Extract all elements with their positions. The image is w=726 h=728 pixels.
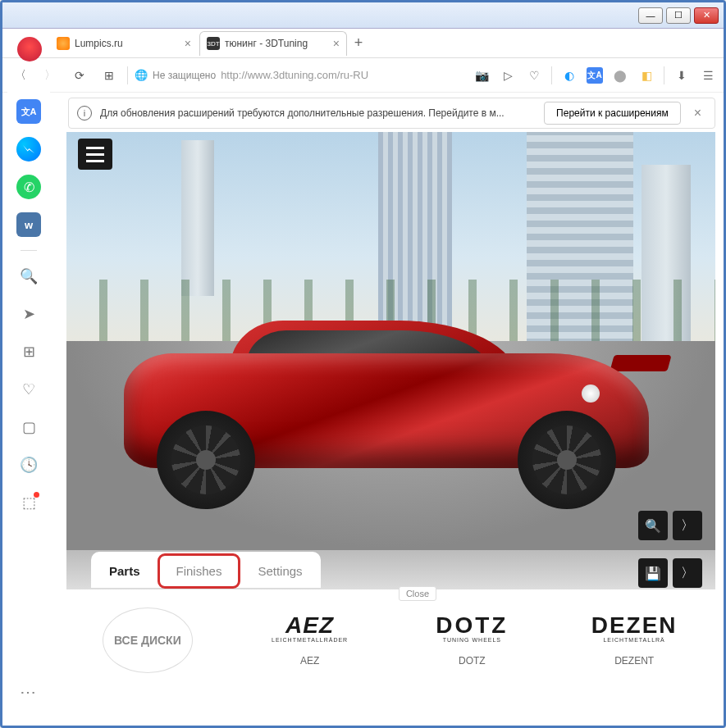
car-spoiler	[610, 355, 671, 371]
brand-name: DEZENT	[614, 655, 654, 667]
logo-subtext: TUNING WHEELS	[443, 637, 501, 643]
tab-lumpics[interactable]: Lumpics.ru ×	[50, 31, 198, 56]
new-tab-button[interactable]: +	[349, 34, 368, 53]
extension2-icon[interactable]: ◧	[637, 66, 655, 84]
tab-title: тюнинг - 3DTuning	[225, 38, 308, 49]
info-icon: i	[77, 106, 92, 121]
brand-logo-aez: AEZ LEICHTMETALLRÄDER	[272, 607, 348, 648]
next-view-button[interactable]: 〉	[673, 511, 702, 540]
left-sidebar: 文A ✆ w 🔍 ➤ ⊞ ♡ ▢ 🕓 ⬚ ⋯	[7, 91, 50, 721]
separator	[127, 66, 128, 84]
camera-icon[interactable]: 📷	[473, 66, 491, 84]
go-to-extensions-button[interactable]: Перейти к расширениям	[544, 102, 681, 125]
sidebar-cube-icon[interactable]: ⬚	[16, 490, 41, 515]
all-wheels-button[interactable]: ВСЕ ДИСКИ	[66, 607, 229, 673]
zoom-controls: 🔍 〉	[638, 511, 702, 540]
minimize-button[interactable]: —	[638, 7, 663, 24]
globe-icon: 🌐	[135, 69, 148, 81]
sidebar-grid-icon[interactable]: ⊞	[16, 339, 41, 364]
notification-bar: i Для обновления расширений требуются до…	[68, 98, 715, 129]
speed-dial-icon[interactable]: ⊞	[98, 64, 121, 87]
brands-row: ВСЕ ДИСКИ AEZ LEICHTMETALLRÄDER AEZ DOTZ…	[66, 601, 715, 717]
brand-name: AEZ	[300, 655, 319, 667]
translate-icon[interactable]: 文A	[587, 67, 603, 84]
reload-button[interactable]: ⟳	[68, 64, 91, 87]
logo-subtext: LEICHTMETALLRÄDER	[272, 637, 348, 643]
tab-group: Parts Finishes Settings	[91, 552, 321, 588]
car-model[interactable]: 3DT	[99, 321, 673, 509]
extension-icon[interactable]: ⬤	[611, 66, 629, 84]
sidebar-translate-icon[interactable]: 文A	[16, 99, 41, 124]
fuel-cap	[582, 384, 600, 403]
window-close-button[interactable]: ✕	[694, 7, 719, 24]
sidebar-messenger-icon[interactable]	[16, 137, 41, 162]
brand-dotz[interactable]: DOTZ TUNING WHEELS DOTZ	[391, 607, 554, 667]
save-button[interactable]: 💾	[638, 558, 668, 588]
opera-logo-icon[interactable]	[17, 37, 42, 61]
url-field[interactable]: 🌐 Не защищено http://www.3dtuning.com/ru…	[135, 69, 466, 81]
background-building	[181, 140, 214, 296]
tab-close-icon[interactable]: ×	[185, 37, 191, 50]
all-wheels-label: ВСЕ ДИСКИ	[103, 607, 193, 673]
sidebar-heart-icon[interactable]: ♡	[16, 377, 41, 402]
separator	[664, 66, 664, 84]
separator	[551, 66, 552, 84]
security-label: Не защищено	[153, 70, 216, 81]
easy-setup-icon[interactable]: ☰	[699, 66, 717, 84]
url-text: http://www.3dtuning.com/ru-RU	[221, 69, 368, 81]
brand-logo-dezent: DEZEN LEICHTMETALLRÄ	[591, 607, 678, 648]
sidebar-more-icon[interactable]: ⋯	[16, 680, 41, 704]
play-icon[interactable]: ▷	[499, 66, 517, 84]
page-content: + 3DT 🔍 〉	[66, 132, 715, 717]
tab-finishes[interactable]: Finishes	[158, 554, 240, 588]
front-wheel[interactable]	[157, 411, 255, 509]
sidebar-bookmark-icon[interactable]: ▢	[16, 415, 41, 439]
brand-aez[interactable]: AEZ LEICHTMETALLRÄDER AEZ	[229, 607, 391, 667]
zoom-in-button[interactable]: 🔍	[638, 511, 668, 540]
sidebar-vk-icon[interactable]: w	[16, 212, 41, 237]
tab-strip: Lumpics.ru × 3DT тюнинг - 3DTuning × +	[2, 29, 724, 58]
download-icon[interactable]: ⬇	[673, 66, 691, 84]
content-tabs-row: Parts Finishes Settings	[66, 550, 715, 589]
rear-wheel[interactable]	[518, 411, 616, 509]
maximize-button[interactable]: ☐	[666, 7, 691, 24]
sidebar-history-icon[interactable]: 🕓	[16, 453, 41, 477]
logo-text: DEZEN	[591, 614, 678, 637]
sidebar-whatsapp-icon[interactable]: ✆	[16, 175, 41, 199]
heart-icon[interactable]: ♡	[525, 66, 543, 84]
tab-parts[interactable]: Parts	[91, 554, 158, 588]
tab-settings[interactable]: Settings	[240, 554, 320, 588]
adblock-icon[interactable]: ◐	[560, 66, 578, 84]
divider	[21, 250, 37, 251]
logo-text: DOTZ	[436, 614, 508, 637]
logo-subtext: LEICHTMETALLRÄ	[603, 637, 664, 643]
notification-close-icon[interactable]: ×	[689, 106, 706, 121]
save-controls: 💾 〉	[638, 558, 702, 588]
car-viewport[interactable]: 3DT 🔍 〉	[66, 132, 715, 550]
sidebar-search-icon[interactable]: 🔍	[16, 264, 41, 289]
window-titlebar: — ☐ ✕	[2, 2, 724, 29]
menu-button[interactable]	[78, 139, 112, 170]
tab-3dtuning[interactable]: 3DT тюнинг - 3DTuning ×	[199, 31, 347, 56]
address-actions: 📷 ▷ ♡ ◐ 文A ⬤ ◧ ⬇ ☰	[473, 66, 717, 84]
tab-close-icon[interactable]: ×	[333, 37, 340, 50]
forward-button[interactable]: 〉	[39, 64, 62, 87]
favicon-lumpics-icon	[57, 37, 70, 50]
tab-title: Lumpics.ru	[75, 38, 123, 49]
favicon-3dt-icon: 3DT	[207, 37, 220, 50]
brand-name: DOTZ	[459, 655, 486, 667]
address-bar: 〈 〉 ⟳ ⊞ 🌐 Не защищено http://www.3dtunin…	[2, 58, 724, 93]
logo-text: AEZ	[285, 614, 334, 637]
save-next-button[interactable]: 〉	[673, 558, 702, 588]
close-panel-button[interactable]: Close	[399, 586, 436, 601]
sidebar-send-icon[interactable]: ➤	[16, 302, 41, 326]
brand-dezent[interactable]: DEZEN LEICHTMETALLRÄ DEZENT	[553, 607, 715, 667]
back-button[interactable]: 〈	[9, 64, 32, 87]
brand-logo-dotz: DOTZ TUNING WHEELS	[436, 607, 508, 648]
notification-text: Для обновления расширений требуются допо…	[100, 107, 505, 119]
